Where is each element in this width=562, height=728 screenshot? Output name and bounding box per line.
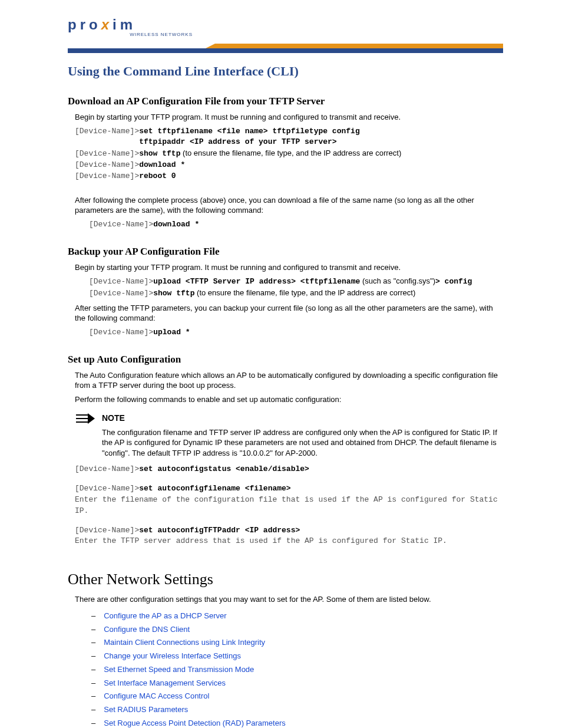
doc-link[interactable]: Maintain Client Connections using Link I…	[104, 636, 265, 650]
section-heading: Set up Auto Configuration	[68, 354, 503, 365]
paragraph: Begin by starting your TFTP program. It …	[75, 262, 503, 273]
section-backup-config: Backup your AP Configuration File Begin …	[68, 246, 503, 338]
logo-text-pre: pro	[68, 17, 101, 32]
page-title: Using the Command Line Interface (CLI)	[68, 64, 503, 79]
cli-line: [Device-Name]>show tftp (to ensure the f…	[75, 148, 503, 160]
cli-line: [Device-Name]>set autoconfigfilename <fi…	[75, 483, 503, 495]
cli-line: [Device-Name]>upload *	[89, 327, 503, 338]
header-ribbon	[68, 44, 503, 53]
brand-logo: proxim WIRELESS NETWORKS	[68, 17, 197, 37]
cli-line: tftpipaddr <IP address of your TFTP serv…	[75, 137, 503, 148]
cli-desc: Enter the filename of the configuration …	[75, 495, 503, 517]
paragraph: The Auto Configuration feature which all…	[75, 370, 503, 391]
document-page: proxim WIRELESS NETWORKS Using the Comma…	[0, 0, 562, 728]
paragraph: There are other configuration settings t…	[75, 594, 503, 605]
paragraph: Begin by starting your TFTP program. It …	[75, 112, 503, 123]
list-item: –Configure the DNS Client	[91, 623, 503, 637]
cli-line: [Device-Name]>show tftp (to ensure the f…	[89, 288, 503, 299]
link-list: –Configure the AP as a DHCP Server –Conf…	[91, 610, 503, 728]
cli-line: [Device-Name]>download *	[75, 160, 503, 171]
doc-link[interactable]: Configure MAC Access Control	[104, 690, 209, 703]
doc-link[interactable]: Set Rogue Access Point Detection (RAD) P…	[104, 717, 286, 728]
page-header: proxim WIRELESS NETWORKS	[0, 0, 562, 53]
section-download-config: Download an AP Configuration File from y…	[68, 95, 503, 230]
list-item: –Set Rogue Access Point Detection (RAD) …	[91, 717, 503, 728]
svg-marker-3	[88, 413, 95, 424]
logo-text-post: im	[113, 17, 136, 32]
cli-line: [Device-Name]>upload <TFTP Server IP add…	[89, 276, 503, 288]
section-heading: Download an AP Configuration File from y…	[68, 95, 503, 107]
arrow-icon	[75, 413, 95, 424]
doc-link[interactable]: Change your Wireless Interface Settings	[104, 650, 241, 663]
cli-line: [Device-Name]>set autoconfigTFTPaddr <IP…	[75, 525, 503, 536]
doc-link[interactable]: Set Interface Management Services	[104, 677, 226, 690]
cli-line: [Device-Name]>download *	[89, 219, 503, 230]
doc-link[interactable]: Configure the AP as a DHCP Server	[104, 610, 226, 623]
section-other-settings: Other Network Settings There are other c…	[68, 571, 503, 728]
paragraph: Perform the following commands to enable…	[75, 394, 503, 405]
list-item: –Set RADIUS Parameters	[91, 703, 503, 717]
list-item: –Change your Wireless Interface Settings	[91, 650, 503, 663]
note-label: NOTE	[102, 413, 125, 423]
page-content: Using the Command Line Interface (CLI) D…	[0, 53, 562, 728]
note-text: The configuration filename and TFTP serv…	[102, 427, 503, 459]
cli-line: [Device-Name]>set autoconfigstatus <enab…	[75, 464, 503, 475]
logo-text-x: x	[101, 17, 113, 32]
doc-link[interactable]: Configure the DNS Client	[104, 623, 190, 637]
doc-link[interactable]: Set RADIUS Parameters	[104, 703, 188, 717]
list-item: –Maintain Client Connections using Link …	[91, 636, 503, 650]
list-item: –Set Ethernet Speed and Transmission Mod…	[91, 663, 503, 677]
cli-line: [Device-Name]>reboot 0	[75, 171, 503, 182]
doc-link[interactable]: Set Ethernet Speed and Transmission Mode	[104, 663, 254, 677]
paragraph: After setting the TFTP parameters, you c…	[75, 303, 503, 324]
list-item: –Configure the AP as a DHCP Server	[91, 610, 503, 623]
list-item: –Configure MAC Access Control	[91, 690, 503, 703]
section-heading: Backup your AP Configuration File	[68, 246, 503, 258]
note-block: NOTE	[75, 413, 503, 424]
cli-desc: Enter the TFTP server address that is us…	[75, 536, 503, 547]
paragraph: After following the complete process (ab…	[75, 195, 503, 216]
section-heading-large: Other Network Settings	[68, 571, 503, 588]
list-item: –Set Interface Management Services	[91, 677, 503, 690]
section-auto-config: Set up Auto Configuration The Auto Confi…	[68, 354, 503, 547]
cli-line: [Device-Name]>set tftpfilename <file nam…	[75, 126, 503, 137]
